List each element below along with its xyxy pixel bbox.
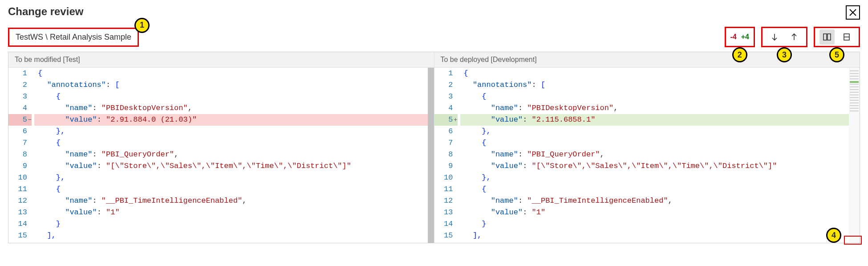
line-number: 8 — [434, 149, 458, 160]
line-number: 11 — [434, 184, 458, 195]
line-number: 10 — [434, 172, 458, 184]
line-number: 15 — [8, 230, 32, 241]
right-pane-header: To be deployed [Development] — [434, 52, 860, 68]
page-title: Change review — [8, 5, 83, 18]
code-line: ], — [460, 230, 849, 241]
svg-rect-3 — [827, 34, 831, 40]
line-number: 1 — [434, 68, 458, 79]
right-code-area[interactable]: 12345+678910111213141516 { "annotations"… — [434, 68, 860, 243]
plus-marker-icon: + — [454, 114, 457, 126]
next-change-button[interactable] — [767, 29, 782, 45]
removed-count: -4 — [730, 33, 737, 41]
line-number: 3 — [434, 91, 458, 102]
code-line: "name": "__PBI_TimeIntelligenceEnabled", — [460, 195, 849, 207]
code-line: { — [460, 137, 849, 149]
line-number: 4 — [434, 102, 458, 114]
callout-2: 2 — [732, 47, 747, 62]
code-line: "name": "PBI_QueryOrder", — [34, 149, 428, 160]
line-number: 16 — [434, 241, 458, 243]
left-pane-header: To be modified [Test] — [8, 52, 434, 68]
line-number: 12 — [8, 195, 32, 207]
line-number: 14 — [8, 218, 32, 230]
line-number: 9 — [8, 160, 32, 172]
line-number: 14 — [434, 218, 458, 230]
code-line: "value": "[\"Store\",\"Sales\",\"Item\",… — [34, 160, 428, 172]
line-number: 8 — [8, 149, 32, 160]
code-line: "value": "2.115.6858.1" — [460, 114, 849, 126]
code-line: "name": "PBIDesktopVersion", — [460, 102, 849, 114]
code-line: } — [34, 218, 428, 230]
code-line: { — [460, 68, 849, 79]
code-line: "name": "PBIDesktopVersion", — [34, 102, 428, 114]
code-line: "value": "[\"Store\",\"Sales\",\"Item\",… — [460, 160, 849, 172]
code-line: { — [460, 91, 849, 102]
code-line: } — [460, 218, 849, 230]
line-number: 16 — [8, 241, 32, 243]
line-number: 11 — [8, 184, 32, 195]
code-line: { — [34, 184, 428, 195]
arrow-down-icon — [770, 33, 779, 41]
code-line: "annotations": [ — [34, 79, 428, 91]
diff-minimap[interactable] — [849, 68, 860, 243]
line-number: 5− — [8, 114, 32, 126]
line-number: 2 — [8, 79, 32, 91]
code-line: }, — [34, 126, 428, 137]
code-line: }, — [34, 172, 428, 184]
right-pane: To be deployed [Development] 12345+67891… — [434, 52, 860, 243]
code-line: }, — [460, 172, 849, 184]
left-code-area[interactable]: 12345−678910111213141516 { "annotations"… — [8, 68, 434, 243]
breadcrumb: TestWS \ Retail Analysis Sample — [8, 28, 139, 47]
left-scrollbar[interactable] — [428, 68, 434, 243]
line-number: 9 — [434, 160, 458, 172]
change-counts-group: -4 +4 — [725, 27, 755, 47]
code-line: { — [34, 91, 428, 102]
callout-1: 1 — [134, 18, 150, 33]
code-line: "value": "2.91.884.0 (21.03)" — [34, 114, 428, 126]
line-number: 4 — [8, 102, 32, 114]
line-number: 7 — [434, 137, 458, 149]
line-number: 7 — [8, 137, 32, 149]
line-number: 1 — [8, 68, 32, 79]
callout-4: 4 — [826, 228, 841, 243]
close-button[interactable] — [846, 5, 860, 20]
code-line: }, — [460, 126, 849, 137]
diff-container: To be modified [Test] 12345−678910111213… — [8, 52, 860, 243]
close-icon — [848, 8, 857, 17]
code-line: "value": "1" — [460, 207, 849, 218]
arrow-up-icon — [790, 33, 799, 41]
view-group — [814, 27, 860, 47]
line-number: 6 — [434, 126, 458, 137]
code-line: { — [34, 137, 428, 149]
code-line: ], — [34, 230, 428, 241]
line-number: 13 — [8, 207, 32, 218]
line-number: 3 — [8, 91, 32, 102]
line-number: 10 — [8, 172, 32, 184]
code-line: "name": "__PBI_TimeIntelligenceEnabled", — [34, 195, 428, 207]
added-count: +4 — [741, 33, 749, 41]
code-line: { — [460, 184, 849, 195]
line-number: 15 — [434, 230, 458, 241]
prev-change-button[interactable] — [787, 29, 802, 45]
line-number: 13 — [434, 207, 458, 218]
code-line: "culture": "en-US", — [460, 241, 849, 243]
side-by-side-icon — [823, 33, 831, 41]
line-number: 6 — [8, 126, 32, 137]
side-by-side-view-button[interactable] — [819, 29, 835, 45]
minus-marker-icon: − — [28, 114, 32, 126]
inline-view-icon — [842, 33, 851, 41]
nav-group — [761, 27, 807, 47]
code-line: { — [34, 68, 428, 79]
code-line: "value": "1" — [34, 207, 428, 218]
line-number: 2 — [434, 79, 458, 91]
inline-view-button[interactable] — [839, 29, 854, 45]
left-pane: To be modified [Test] 12345−678910111213… — [8, 52, 434, 243]
svg-rect-2 — [823, 34, 827, 40]
line-number: 12 — [434, 195, 458, 207]
callout-3: 3 — [777, 47, 792, 62]
code-line: "culture": "en-US", — [34, 241, 428, 243]
callout-5: 5 — [829, 47, 844, 62]
code-line: "name": "PBI_QueryOrder", — [460, 149, 849, 160]
line-number: 5+ — [434, 114, 458, 126]
code-line: "annotations": [ — [460, 79, 849, 91]
